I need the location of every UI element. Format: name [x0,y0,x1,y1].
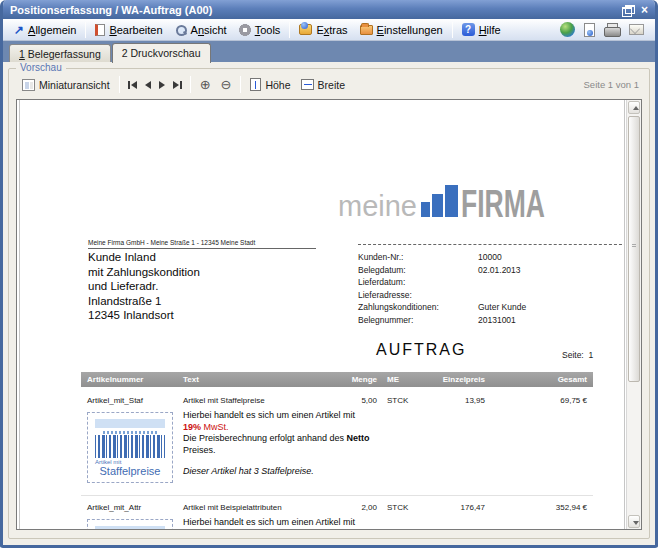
vertical-scrollbar[interactable] [626,100,641,529]
document-page: meine FIRMA Meine Firma GmbH - Meine Str… [19,100,625,529]
article-description: Hierbei handelt es sich um einen Artikel… [183,410,467,478]
preview-area: meine FIRMA Meine Firma GmbH - Meine Str… [16,99,642,530]
title-bar: Positionserfassung / WA-Auftrag (A00) × [3,0,655,19]
restore-window-icon[interactable] [622,5,633,15]
menu-item-ansicht[interactable]: Ansicht [169,22,233,38]
first-page-icon [131,81,137,89]
groupbox-label: Vorschau [16,62,66,73]
article-image [87,519,173,529]
menu-item-allgemein[interactable]: ↗ Allgemein [8,22,82,38]
tab-druckvorschau[interactable]: 2 Druckvorschau [112,43,211,63]
scroll-up-icon[interactable] [628,101,640,114]
fit-height-button[interactable]: Höhe [245,75,295,94]
company-logo: meine FIRMA [338,185,584,218]
barcode-image [95,435,165,458]
address-line: Kunde Inland [88,250,200,265]
fit-width-button[interactable]: Breite [296,76,350,94]
zoom-in-button[interactable]: ⊕ [195,75,216,94]
menu-item-tools[interactable]: Tools [233,22,287,38]
menu-bar: ↗ Allgemein Bearbeiten Ansicht Tools Ext… [3,19,655,41]
web-icon[interactable] [560,22,575,37]
last-page-icon [173,81,179,89]
table-row: Artikel_mit_Attr Artikel mit Beispielatt… [81,495,593,529]
printer-icon[interactable] [604,23,620,36]
menu-item-einstellungen[interactable]: Einstellungen [354,22,449,38]
settings-folder-icon [360,25,373,35]
logo-text-meine: meine [338,194,417,218]
app-window: Positionserfassung / WA-Auftrag (A00) × … [0,0,658,548]
previous-page-button[interactable] [141,78,155,92]
next-page-button[interactable] [155,78,169,92]
main-panel: Vorschau Miniaturansicht ⊕ ⊖ Höhe [3,62,655,545]
info-row: Belegdatum:02.01.2013 [358,264,625,277]
zoom-out-button[interactable]: ⊖ [216,75,237,94]
order-info-block: Kunden-Nr.:10000 Belegdatum:02.01.2013 L… [358,244,625,326]
menu-separator [452,22,453,38]
thumbnail-view-button[interactable]: Miniaturansicht [17,76,115,94]
previous-page-icon [145,81,151,89]
table-header-row: Artikelnummer Text Menge ME Einzelpreis … [81,372,593,387]
page-status: Seite 1 von 1 [584,79,641,90]
close-window-icon[interactable]: × [641,5,648,15]
address-line: Inlandstraße 1 [88,294,200,309]
sender-line: Meine Firma GmbH - Meine Straße 1 - 1234… [88,239,316,249]
arrow-up-right-icon: ↗ [14,25,24,35]
next-page-icon [159,81,165,89]
info-row: Kunden-Nr.:10000 [358,251,625,264]
document-page-number: Seite: 1 [562,350,593,360]
info-row: Lieferdatum: [358,276,625,289]
info-row: Lieferadresse: [358,289,625,302]
address-line: 12345 Inlandsort [88,308,200,323]
scroll-down-icon[interactable] [628,515,640,528]
menu-separator [289,22,290,38]
customer-address: Kunde Inland mit Zahlungskondition und L… [88,250,200,323]
logo-bar-chart-icon [421,185,458,217]
article-image: Artikel mit Staffelpreise [87,412,173,483]
table-row: Artikel_mit_Staf Artikel mit Staffelprei… [81,396,593,483]
preview-toolbar: Miniaturansicht ⊕ ⊖ Höhe Breite [17,73,641,96]
help-icon [462,23,475,36]
article-note: Dieser Artikel hat 3 Staffelpreise. [183,466,467,478]
document-title: AUFTRAG [376,341,466,359]
menu-item-hilfe[interactable]: Hilfe [456,21,507,38]
menu-item-extras[interactable]: Extras [293,22,353,38]
tab-belegerfassung[interactable]: 1 Belegerfassung [9,44,111,62]
address-line: mit Zahlungskondition [88,265,200,280]
address-line: und Lieferadr. [88,279,200,294]
magnifier-icon [175,24,187,36]
fit-height-icon [250,78,261,91]
menu-item-bearbeiten[interactable]: Bearbeiten [89,22,168,38]
email-icon[interactable] [629,24,644,35]
first-page-button[interactable] [124,78,141,92]
tab-strip: 1 Belegerfassung 2 Druckvorschau [3,41,655,62]
info-row: Belegnummer:20131001 [358,314,625,327]
logo-text-firma: FIRMA [461,189,545,218]
vorschau-groupbox: Vorschau Miniaturansicht ⊕ ⊖ Höhe [8,68,650,539]
article-description: Hierbei handelt es sich um einen Artikel… [183,517,467,529]
edit-note-icon [95,24,105,36]
menu-separator [85,22,86,38]
last-page-button[interactable] [169,78,186,92]
fit-width-icon [301,79,314,90]
window-title: Positionserfassung / WA-Auftrag (A00) [10,4,212,16]
document-export-icon[interactable] [584,23,595,37]
scrollbar-thumb[interactable] [628,116,640,382]
info-row: Zahlungskonditionen:Guter Kunde [358,301,625,314]
gear-icon [239,24,251,36]
order-items-table: Artikelnummer Text Menge ME Einzelpreis … [81,372,593,529]
toolbox-icon [299,24,312,35]
thumbnail-view-icon [22,79,35,91]
